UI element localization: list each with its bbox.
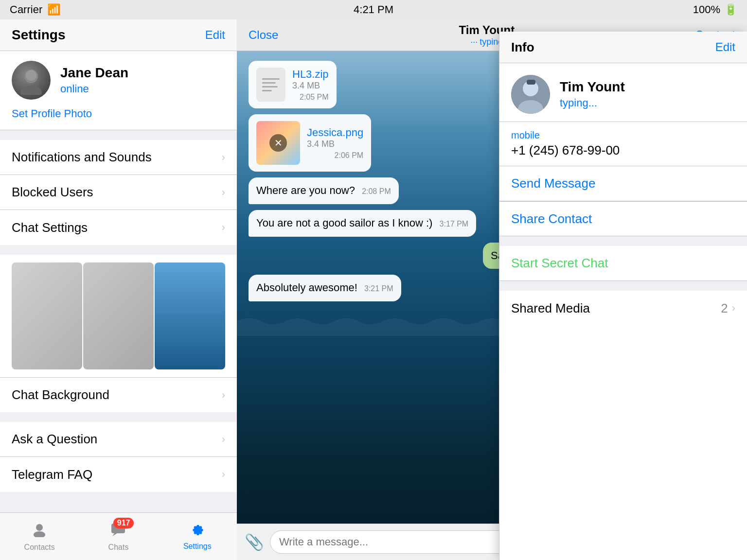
shared-media-label: Shared Media [511,301,590,316]
svg-point-1 [20,86,42,95]
profile-status: online [60,83,128,95]
phone-label: mobile [511,130,735,141]
tab-chats-label: Chats [108,543,129,552]
send-message-action[interactable]: Send Message [499,166,747,201]
status-bar: Carrier 📶 4:21 PM 100% 🔋 [0,0,747,19]
attach-button[interactable]: 📎 [245,533,264,551]
section-gap-2 [499,281,747,291]
chat-settings-label: Chat Settings [12,220,88,235]
wifi-icon: 📶 [47,3,60,16]
settings-title: Settings [12,27,65,43]
settings-list: Notifications and Sounds › Blocked Users… [0,140,237,245]
profile-section: Jane Dean online Set Profile Photo [0,51,237,130]
chevron-right-icon: › [222,221,225,234]
shared-media-right: 2 › [721,301,735,316]
shared-media-row[interactable]: Shared Media 2 › [499,291,747,326]
svg-rect-10 [527,80,535,85]
set-photo-link[interactable]: Set Profile Photo [12,107,225,120]
profile-name: Jane Dean [60,65,128,81]
file-icon [256,68,285,102]
image-time: 2:06 PM [307,151,363,160]
phone-section: mobile +1 (245) 678-99-00 [499,122,747,166]
chevron-right-icon: › [222,186,225,199]
chats-badge: 917 [113,518,134,528]
carrier-label: Carrier [10,3,42,16]
chat-background-item[interactable]: Chat Background › [0,377,237,412]
chevron-right-icon: › [222,389,225,402]
settings-panel: Settings Edit Jane Dean online [0,19,237,560]
message-text: Where are you now? [256,184,355,196]
send-message-label: Send Message [511,176,595,191]
svg-point-3 [36,524,43,531]
telegram-faq-item[interactable]: Telegram FAQ › [0,457,237,492]
svg-point-4 [34,531,45,537]
contact-typing-status: typing... [560,97,625,109]
chevron-right-icon: › [732,302,735,315]
info-panel: Info Edit Tim Yount typing... mobile +1 … [499,32,747,560]
info-title: Info [511,40,534,55]
chevron-right-icon: › [222,433,225,446]
image-cancel-icon[interactable]: ✕ [269,134,287,152]
tab-chats[interactable]: 917 Chats [79,522,158,552]
status-time: 4:21 PM [354,3,393,16]
status-right: 100% 🔋 [693,3,737,16]
section-gap-1 [499,236,747,246]
message-time: 3:17 PM [440,220,469,228]
tab-settings[interactable]: Settings [158,523,237,551]
image-filesize: 3.4 MB [307,139,363,149]
ask-question-label: Ask a Question [12,432,97,447]
info-edit-button[interactable]: Edit [715,40,735,54]
message-incoming-1: Where are you now? 2:08 PM [249,177,399,204]
share-contact-action[interactable]: Share Contact [499,201,747,236]
message-time: 2:08 PM [362,187,391,195]
chevron-right-icon: › [222,151,225,164]
message-time: 3:21 PM [364,284,393,293]
tab-contacts[interactable]: Contacts [0,522,79,552]
chat-settings-item[interactable]: Chat Settings › [0,210,237,245]
contacts-icon [32,522,47,541]
background-previews [0,255,237,377]
settings-icon [190,523,205,540]
phone-number: +1 (245) 678-99-00 [511,143,735,158]
svg-marker-6 [112,533,117,536]
status-left: Carrier 📶 [10,3,60,16]
telegram-faq-label: Telegram FAQ [12,467,92,482]
battery-icon: 🔋 [724,3,737,16]
contact-name: Tim Yount [560,79,625,95]
info-contact-row: Tim Yount typing... [499,63,747,122]
settings-header: Settings Edit [0,19,237,51]
chat-typing-status: ··· typing [470,37,503,47]
file-size: 3.4 MB [292,81,329,91]
notifications-sounds-item[interactable]: Notifications and Sounds › [0,140,237,175]
blocked-users-label: Blocked Users [12,185,93,200]
settings-edit-button[interactable]: Edit [205,28,225,42]
ask-question-item[interactable]: Ask a Question › [0,422,237,457]
chevron-right-icon: › [222,468,225,481]
tab-bar: Contacts 917 Chats Settings [0,512,237,560]
bg-preview-3[interactable] [155,262,225,369]
help-section: Ask a Question › Telegram FAQ › [0,422,237,492]
shared-media-count: 2 [721,301,728,316]
battery-label: 100% [693,3,720,16]
image-filename: Jessica.png [307,126,363,139]
file-name: HL3.zip [292,68,329,81]
blocked-users-item[interactable]: Blocked Users › [0,175,237,210]
close-button[interactable]: Close [249,28,278,42]
secret-chat-label: Start Secret Chat [511,256,608,271]
tab-contacts-label: Contacts [24,543,55,552]
secret-chat-action[interactable]: Start Secret Chat [499,246,747,281]
svg-point-2 [26,70,36,81]
bg-preview-1[interactable] [12,262,82,369]
notifications-sounds-label: Notifications and Sounds [12,150,152,165]
tab-settings-label: Settings [183,542,212,551]
message-incoming-3: Absolutely awesome! 3:21 PM [249,275,401,301]
message-incoming-2: You are not a good sailor as I know :) 3… [249,210,476,237]
image-thumbnail: ✕ [256,121,300,165]
typing-dots: ··· [470,37,478,47]
message-text: You are not a good sailor as I know :) [256,217,432,229]
message-text: Absolutely awesome! [256,281,357,294]
chat-background-label: Chat Background [12,387,109,402]
bg-preview-2[interactable] [83,262,154,369]
user-avatar [12,61,51,100]
chat-background-section: Chat Background › [0,255,237,412]
